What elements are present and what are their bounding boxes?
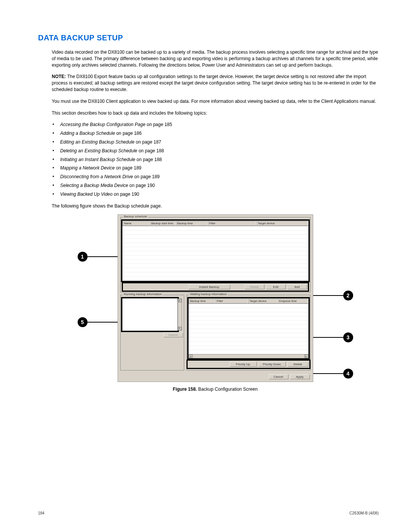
list-item: Initiating an Instant Backup Schedule on… bbox=[52, 157, 379, 163]
col-enqueue-time[interactable]: Enqueue time bbox=[278, 299, 308, 304]
list-item: Disconnecting from a Network Drive on pa… bbox=[52, 174, 379, 180]
table-row[interactable] bbox=[189, 316, 308, 321]
scrollbar[interactable]: ▲ ▼ bbox=[178, 299, 182, 331]
table-row[interactable] bbox=[123, 268, 308, 272]
col-filter[interactable]: Filter bbox=[215, 299, 248, 304]
topic-list: Accessing the Backup Configuration Page … bbox=[52, 121, 379, 197]
table-row[interactable] bbox=[189, 333, 308, 337]
table-row[interactable] bbox=[189, 312, 308, 316]
col-start-time[interactable]: Backup start time bbox=[150, 221, 176, 226]
list-item: Accessing the Backup Configuration Page … bbox=[52, 121, 379, 128]
backup-schedule-fieldset: Backup schedule Name Backup start time B… bbox=[120, 217, 311, 292]
fieldset-legend: Backup schedule bbox=[123, 215, 148, 218]
edit-button[interactable]: Edit bbox=[266, 284, 286, 289]
callout-4: 4 bbox=[343, 369, 353, 379]
instant-backup-button[interactable]: Instant Backup bbox=[188, 284, 230, 289]
callout-line bbox=[312, 295, 343, 296]
table-header: Backup time Filter Target device Enqueue… bbox=[189, 299, 308, 304]
running-button-row: Cancel bbox=[121, 332, 183, 337]
figure-title: Backup Configuration Screen bbox=[197, 387, 257, 392]
lower-row: Running backup information ▲ ▼ Cancel bbox=[120, 295, 311, 373]
table-row[interactable] bbox=[189, 321, 308, 325]
waiting-button-row: Priority Up Priority Down Delete bbox=[188, 361, 309, 368]
doc-id: C2630M-B (4/08) bbox=[349, 511, 379, 515]
table-row[interactable] bbox=[123, 239, 308, 243]
col-name[interactable]: Name bbox=[123, 221, 150, 226]
schedule-button-row: Instant Backup Delete Edit Add bbox=[123, 283, 308, 291]
table-row[interactable] bbox=[123, 256, 308, 260]
table-header: Name Backup start time Backup time Filte… bbox=[123, 221, 308, 226]
callout-line bbox=[88, 256, 119, 257]
list-item: Adding a Backup Schedule on page 186 bbox=[52, 130, 379, 137]
table-row[interactable] bbox=[123, 251, 308, 256]
table-row[interactable] bbox=[189, 329, 308, 333]
list-item: Viewing Backed Up Video on page 190 bbox=[52, 191, 379, 198]
callout-line bbox=[312, 337, 343, 338]
delete-button[interactable]: Delete bbox=[245, 284, 264, 289]
table-row[interactable] bbox=[189, 337, 308, 342]
fieldset-legend: Waiting backup information bbox=[189, 292, 228, 296]
callout-3: 3 bbox=[343, 332, 353, 342]
list-item: Deleting an Existing Backup Schedule on … bbox=[52, 148, 379, 154]
schedule-table: Name Backup start time Backup time Filte… bbox=[122, 220, 309, 281]
scroll-up-icon[interactable]: ▲ bbox=[178, 299, 182, 302]
col-target-device[interactable]: Target device bbox=[256, 221, 308, 226]
scroll-down-icon[interactable]: ▼ bbox=[178, 327, 182, 330]
table-row[interactable] bbox=[189, 342, 308, 346]
apply-button[interactable]: Apply bbox=[290, 374, 310, 379]
table-row[interactable] bbox=[189, 308, 308, 312]
running-list: ▲ ▼ bbox=[122, 298, 178, 331]
table-row[interactable] bbox=[189, 346, 308, 350]
list-item: Selecting a Backup Media Device on page … bbox=[52, 182, 379, 189]
fieldset-legend: Running backup information bbox=[123, 292, 163, 296]
dialog-button-row: Cancel Apply bbox=[120, 373, 311, 379]
table-row[interactable] bbox=[123, 272, 308, 276]
table-body bbox=[189, 304, 308, 354]
priority-up-button[interactable]: Priority Up bbox=[229, 362, 257, 367]
col-backup-time[interactable]: Backup time bbox=[176, 221, 208, 226]
table-row[interactable] bbox=[123, 260, 308, 264]
table-body bbox=[123, 226, 308, 281]
scroll-left-icon[interactable]: ◄ bbox=[189, 355, 193, 358]
table-row[interactable] bbox=[189, 304, 308, 308]
scroll-right-icon[interactable]: ► bbox=[304, 355, 308, 358]
horizontal-scrollbar[interactable]: ◄ ► bbox=[188, 354, 309, 358]
col-filter[interactable]: Filter bbox=[208, 221, 256, 226]
table-row[interactable] bbox=[123, 235, 308, 239]
running-backup-fieldset: Running backup information ▲ ▼ Cancel bbox=[120, 295, 184, 371]
callout-line bbox=[312, 373, 343, 374]
table-row[interactable] bbox=[123, 226, 308, 230]
table-row[interactable] bbox=[123, 276, 308, 281]
cancel-running-button[interactable]: Cancel bbox=[163, 332, 183, 337]
table-row[interactable] bbox=[123, 230, 308, 235]
table-row[interactable] bbox=[189, 350, 308, 354]
note-paragraph: NOTE: The DX8100 Export feature backs up… bbox=[52, 73, 379, 93]
priority-down-button[interactable]: Priority Down bbox=[258, 362, 286, 367]
callout-5: 5 bbox=[78, 317, 88, 327]
figure-label: Figure 158. bbox=[173, 387, 197, 392]
note-body: The DX8100 Export feature backs up all c… bbox=[52, 74, 376, 92]
cancel-button[interactable]: Cancel bbox=[269, 374, 288, 379]
col-backup-time[interactable]: Backup time bbox=[189, 299, 215, 304]
section-intro: This section describes how to back up da… bbox=[52, 110, 379, 117]
list-item: Editing an Existing Backup Schedule on p… bbox=[52, 139, 379, 145]
figure-container: 1 5 2 3 4 Backup schedule Name Backup st… bbox=[67, 214, 364, 392]
table-row[interactable] bbox=[123, 247, 308, 251]
table-row[interactable] bbox=[123, 243, 308, 247]
waiting-backup-fieldset: Waiting backup information Backup time F… bbox=[186, 295, 311, 371]
table-row[interactable] bbox=[123, 264, 308, 268]
list-item: Mapping a Network Device on page 189 bbox=[52, 165, 379, 171]
section-heading: DATA BACKUP SETUP bbox=[38, 34, 379, 42]
page-footer: 184 C2630M-B (4/08) bbox=[0, 511, 411, 515]
table-row[interactable] bbox=[189, 325, 308, 329]
callout-line bbox=[88, 322, 119, 323]
callout-2: 2 bbox=[343, 291, 353, 300]
client-paragraph: You must use the DX8100 Client applicati… bbox=[52, 98, 379, 105]
add-button[interactable]: Add bbox=[287, 284, 307, 289]
page-number: 184 bbox=[38, 511, 45, 515]
delete-waiting-button[interactable]: Delete bbox=[287, 362, 309, 367]
callout-1: 1 bbox=[78, 252, 88, 262]
col-target-device[interactable]: Target device bbox=[248, 299, 278, 304]
backup-screenshot: Backup schedule Name Backup start time B… bbox=[118, 214, 313, 382]
intro-paragraph: Video data recorded on the DX8100 can be… bbox=[52, 49, 379, 68]
